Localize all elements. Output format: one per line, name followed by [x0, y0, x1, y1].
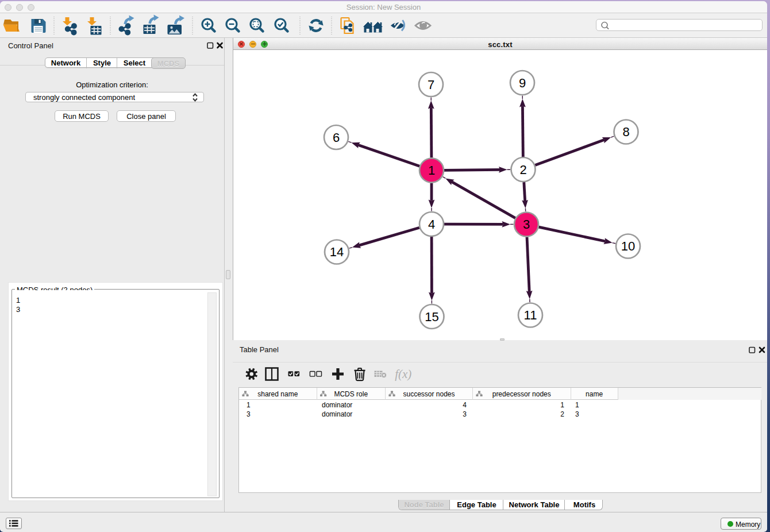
svg-text:4: 4	[428, 217, 435, 232]
svg-text:8: 8	[622, 125, 629, 139]
svg-text:10: 10	[621, 239, 635, 253]
svg-text:14: 14	[330, 245, 344, 259]
svg-text:9: 9	[519, 76, 526, 90]
svg-text:7: 7	[428, 78, 434, 92]
svg-text:f(x): f(x)	[395, 367, 411, 381]
svg-text:15: 15	[425, 310, 438, 324]
svg-text:2: 2	[519, 163, 526, 177]
svg-text:11: 11	[524, 308, 537, 322]
svg-text:6: 6	[333, 130, 340, 145]
svg-text:3: 3	[523, 217, 530, 232]
svg-text:1: 1	[428, 163, 435, 178]
